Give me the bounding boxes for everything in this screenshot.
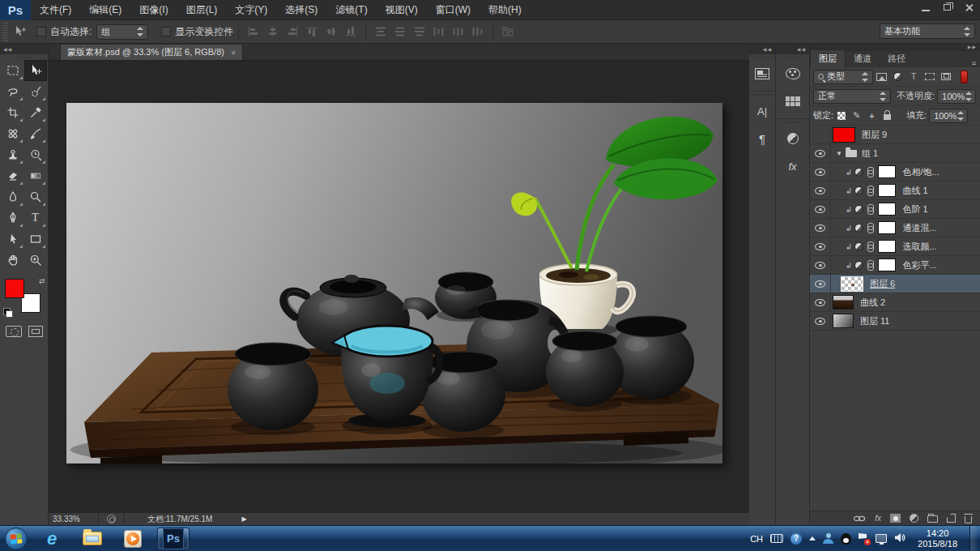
tool-zoom[interactable] [24,250,47,271]
zoom-level[interactable]: 33.33% [53,515,95,523]
tool-hand[interactable] [2,250,24,271]
layer-name[interactable]: 色相/饱... [902,166,939,178]
layer-row-curves1[interactable]: ↲ 曲线 1 [810,182,980,200]
visibility-toggle[interactable] [810,256,831,274]
taskbar-file-explorer[interactable] [76,528,109,550]
tool-clone-stamp[interactable] [2,144,24,165]
tool-brush[interactable] [24,123,47,144]
tools-collapse-button[interactable]: ◀◀ [0,44,48,54]
visibility-toggle[interactable] [810,126,831,143]
visibility-toggle[interactable] [810,182,831,199]
taskbar-media-player[interactable] [117,528,149,550]
menu-type[interactable]: 文字(Y) [226,0,276,20]
layer-name[interactable]: 组 1 [862,147,878,160]
layer-mask-thumbnail[interactable] [878,240,896,253]
blend-mode-dropdown[interactable]: 正常 [813,89,891,104]
filter-type-layers-icon[interactable]: T [907,70,921,83]
layer-thumbnail[interactable] [833,314,854,328]
foreground-color-swatch[interactable] [5,279,24,298]
visibility-toggle[interactable] [810,144,831,162]
menu-view[interactable]: 视图(V) [377,0,427,20]
dock-collapse-button[interactable]: ◀◀ [776,44,809,54]
swatches-panel-icon[interactable] [776,88,809,115]
visibility-toggle[interactable] [810,237,831,255]
layer-name[interactable]: 图层 9 [862,129,887,141]
new-group-icon[interactable] [927,514,938,523]
align-right-icon[interactable] [283,23,301,40]
delete-layer-icon[interactable] [965,514,972,523]
start-button[interactable] [5,528,28,550]
tab-close-icon[interactable]: × [231,48,236,58]
action-center-icon[interactable] [859,533,868,544]
swap-colors-icon[interactable]: ⇄ [39,277,45,285]
character-panel-icon[interactable]: A| [749,97,775,125]
menu-edit[interactable]: 编辑(E) [80,0,130,20]
opacity-dropdown[interactable]: 100% [937,89,976,104]
properties-panel-icon[interactable] [749,60,775,88]
show-desktop-button[interactable] [969,526,977,551]
new-adjustment-layer-icon[interactable] [910,514,918,523]
visibility-toggle[interactable] [810,200,831,218]
filter-adjustment-layers-icon[interactable] [891,70,905,83]
dock-grip[interactable] [776,54,809,60]
fill-dropdown[interactable]: 100% [929,109,968,123]
auto-select-dropdown[interactable]: 组 [96,24,148,40]
tool-history-brush[interactable] [24,144,47,165]
status-menu-arrow-icon[interactable]: ▶ [241,515,246,523]
lock-image-pixels-icon[interactable]: ✎ [850,110,863,122]
menu-filter[interactable]: 滤镜(T) [326,0,376,20]
auto-align-layers-icon[interactable] [499,23,517,40]
lock-all-icon[interactable] [881,110,893,122]
color-panel-icon[interactable] [776,60,809,88]
visibility-toggle[interactable] [810,275,831,293]
layer-row-selective-color[interactable]: ↲ 选取颜... [810,237,980,256]
layer-name[interactable]: 色彩平... [902,259,936,271]
lock-transparent-pixels-icon[interactable] [835,110,847,122]
keyboard-layout-icon[interactable] [770,534,783,543]
workspace-switcher[interactable]: 基本功能 [880,23,975,39]
tool-gradient[interactable] [24,165,47,186]
show-transform-checkbox[interactable] [161,27,171,36]
close-button[interactable] [958,0,980,15]
tool-quick-selection[interactable] [24,81,47,102]
link-layers-icon[interactable] [853,515,866,523]
align-v-center-icon[interactable] [322,23,340,40]
align-h-center-icon[interactable] [264,23,282,40]
filter-smart-objects-icon[interactable] [940,70,953,83]
document-size-info[interactable]: 文档:11.7M/25.1M [147,514,212,525]
show-hidden-icons-button[interactable] [809,536,816,540]
layer-name[interactable]: 曲线 1 [902,185,927,197]
document-tab[interactable]: 蒙版素材.psd @ 33.3% (图层 6, RGB/8) × [60,44,243,60]
dock-grip[interactable] [776,119,809,125]
volume-icon[interactable] [894,532,905,545]
layer-name[interactable]: 图层 11 [860,315,889,327]
layer-row-group1[interactable]: ▼ 组 1 [810,144,980,163]
layer-mask-thumbnail[interactable] [878,165,896,178]
filter-pixel-layers-icon[interactable] [875,70,888,83]
distribute-h-center-icon[interactable] [450,23,467,40]
distribute-left-icon[interactable] [430,23,448,40]
options-grip[interactable] [2,23,8,41]
restore-button[interactable] [936,0,958,15]
layer-style-icon[interactable]: fx [875,514,881,523]
layer-name[interactable]: 色阶 1 [902,203,927,216]
align-left-icon[interactable] [245,23,262,40]
distribute-right-icon[interactable] [469,23,487,40]
layer-row-curves2[interactable]: 曲线 2 [810,293,980,312]
visibility-toggle[interactable] [810,293,831,311]
new-layer-icon[interactable] [947,514,956,523]
layer-name[interactable]: 选取颜... [902,241,936,253]
tool-rectangle-shape[interactable] [24,229,47,250]
taskbar-clock[interactable]: 14:20 2015/8/18 [913,528,962,549]
tools-grip[interactable] [0,54,48,60]
canvas-image[interactable] [66,103,722,463]
minimize-button[interactable] [914,0,936,15]
align-top-icon[interactable] [303,23,321,40]
layer-row-levels1[interactable]: ↲ 色阶 1 [810,200,980,219]
lock-position-icon[interactable]: + [866,110,878,122]
tool-dodge[interactable] [24,186,47,207]
styles-panel-icon[interactable]: fx [776,152,809,180]
menu-select[interactable]: 选择(S) [276,0,326,20]
layer-row-layer11[interactable]: 图层 11 [810,312,980,331]
help-icon[interactable]: ? [790,533,802,545]
